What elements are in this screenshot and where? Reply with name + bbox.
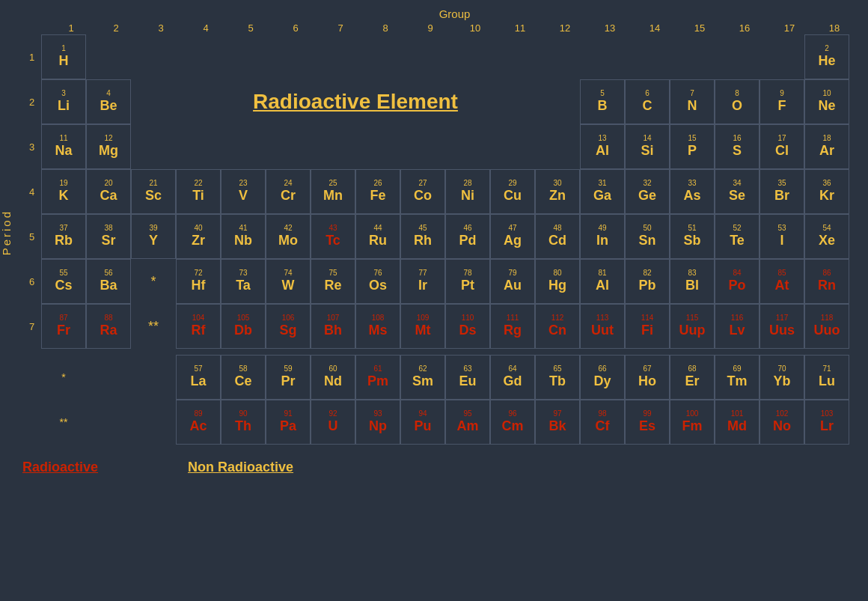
element-cell-Ta[interactable]: 73Ta — [221, 259, 266, 304]
element-cell-Te[interactable]: 52Te — [715, 214, 760, 259]
element-cell-Re[interactable]: 75Re — [311, 259, 355, 304]
element-cell-Bk[interactable]: 97Bk — [535, 400, 580, 445]
element-cell-Cr[interactable]: 24Cr — [266, 169, 311, 214]
element-cell-Sb[interactable]: 51Sb — [670, 214, 715, 259]
element-cell-Pr[interactable]: 59Pr — [266, 355, 311, 400]
element-cell-Al[interactable]: 13Al — [580, 124, 625, 169]
element-cell-Ag[interactable]: 47Ag — [490, 214, 535, 259]
element-cell-Br[interactable]: 35Br — [760, 169, 804, 214]
element-cell-Al[interactable]: 81Al — [580, 259, 625, 304]
element-cell-P[interactable]: 15P — [670, 124, 715, 169]
element-cell-Ra[interactable]: 88Ra — [86, 304, 131, 349]
element-cell-Y[interactable]: 39Y — [131, 214, 176, 259]
element-cell-Uut[interactable]: 113Uut — [580, 304, 625, 349]
element-cell-Bl[interactable]: 83Bl — [670, 259, 715, 304]
element-cell-Se[interactable]: 34Se — [715, 169, 760, 214]
element-cell-Gd[interactable]: 64Gd — [490, 355, 535, 400]
element-cell-Uus[interactable]: 117Uus — [760, 304, 804, 349]
element-cell-Na[interactable]: 11Na — [41, 124, 86, 169]
element-cell-Pb[interactable]: 82Pb — [625, 259, 670, 304]
element-cell-Pt[interactable]: 78Pt — [445, 259, 490, 304]
element-cell-U[interactable]: 92U — [311, 400, 355, 445]
element-cell-Cn[interactable]: 112Cn — [535, 304, 580, 349]
element-cell-I[interactable]: 53I — [760, 214, 804, 259]
element-cell-As[interactable]: 33As — [670, 169, 715, 214]
element-cell-Cd[interactable]: 48Cd — [535, 214, 580, 259]
element-cell-V[interactable]: 23V — [221, 169, 266, 214]
element-cell-Th[interactable]: 90Th — [221, 400, 266, 445]
element-cell-Cs[interactable]: 55Cs — [41, 259, 86, 304]
element-cell-Mo[interactable]: 42Mo — [266, 214, 311, 259]
element-cell-Ho[interactable]: 67Ho — [625, 355, 670, 400]
element-cell-Uuo[interactable]: 118Uuo — [804, 304, 849, 349]
element-cell-Cu[interactable]: 29Cu — [490, 169, 535, 214]
element-cell-Sn[interactable]: 50Sn — [625, 214, 670, 259]
element-cell-O[interactable]: 8O — [715, 79, 760, 124]
element-cell-B[interactable]: 5B — [580, 79, 625, 124]
element-cell-Po[interactable]: 84Po — [715, 259, 760, 304]
element-cell-Ce[interactable]: 58Ce — [221, 355, 266, 400]
element-cell-Sm[interactable]: 62Sm — [400, 355, 445, 400]
element-cell-W[interactable]: 74W — [266, 259, 311, 304]
element-cell-Db[interactable]: 105Db — [221, 304, 266, 349]
element-cell-Rf[interactable]: 104Rf — [176, 304, 221, 349]
element-cell-Pd[interactable]: 46Pd — [445, 214, 490, 259]
element-cell-Cm[interactable]: 96Cm — [490, 400, 535, 445]
element-cell-K[interactable]: 19K — [41, 169, 86, 214]
element-cell-Zn[interactable]: 30Zn — [535, 169, 580, 214]
element-cell-Cf[interactable]: 98Cf — [580, 400, 625, 445]
element-cell-Nb[interactable]: 41Nb — [221, 214, 266, 259]
element-cell-F[interactable]: 9F — [760, 79, 804, 124]
element-cell-Sg[interactable]: 106Sg — [266, 304, 311, 349]
element-cell-Ca[interactable]: 20Ca — [86, 169, 131, 214]
element-cell-He[interactable]: 2He — [804, 34, 849, 79]
element-cell-Fe[interactable]: 26Fe — [355, 169, 400, 214]
element-cell-Ms[interactable]: 108Ms — [355, 304, 400, 349]
element-cell-Mg[interactable]: 12Mg — [86, 124, 131, 169]
element-cell-Rh[interactable]: 45Rh — [400, 214, 445, 259]
element-cell-Kr[interactable]: 36Kr — [804, 169, 849, 214]
element-cell-Sc[interactable]: 21Sc — [131, 169, 176, 214]
element-cell-Ne[interactable]: 10Ne — [804, 79, 849, 124]
non-radioactive-legend[interactable]: Non Radioactive — [188, 460, 293, 475]
element-cell-Ti[interactable]: 22Ti — [176, 169, 221, 214]
element-cell-Fi[interactable]: 114Fi — [625, 304, 670, 349]
element-cell-Ni[interactable]: 28Ni — [445, 169, 490, 214]
element-cell-Xe[interactable]: 54Xe — [804, 214, 849, 259]
element-cell-Au[interactable]: 79Au — [490, 259, 535, 304]
element-cell-Lu[interactable]: 71Lu — [804, 355, 849, 400]
element-cell-Dy[interactable]: 66Dy — [580, 355, 625, 400]
element-cell-Rn[interactable]: 86Rn — [804, 259, 849, 304]
element-cell-Ga[interactable]: 31Ga — [580, 169, 625, 214]
element-cell-Er[interactable]: 68Er — [670, 355, 715, 400]
element-cell-Es[interactable]: 99Es — [625, 400, 670, 445]
element-cell-Zr[interactable]: 40Zr — [176, 214, 221, 259]
element-cell-Ds[interactable]: 110Ds — [445, 304, 490, 349]
element-cell-Nd[interactable]: 60Nd — [311, 355, 355, 400]
element-cell-Bh[interactable]: 107Bh — [311, 304, 355, 349]
element-cell-Np[interactable]: 93Np — [355, 400, 400, 445]
element-cell-Tc[interactable]: 43Tc — [311, 214, 355, 259]
element-cell-Ru[interactable]: 44Ru — [355, 214, 400, 259]
element-cell-Os[interactable]: 76Os — [355, 259, 400, 304]
element-cell-No[interactable]: 102No — [760, 400, 804, 445]
element-cell-Ac[interactable]: 89Ac — [176, 400, 221, 445]
element-cell-Cl[interactable]: 17Cl — [760, 124, 804, 169]
element-cell-Pa[interactable]: 91Pa — [266, 400, 311, 445]
element-cell-C[interactable]: 6C — [625, 79, 670, 124]
element-cell-Yb[interactable]: 70Yb — [760, 355, 804, 400]
element-cell-Ir[interactable]: 77Ir — [400, 259, 445, 304]
element-cell-Li[interactable]: 3Li — [41, 79, 86, 124]
element-cell-Lr[interactable]: 103Lr — [804, 400, 849, 445]
element-cell-Hf[interactable]: 72Hf — [176, 259, 221, 304]
element-cell-Fm[interactable]: 100Fm — [670, 400, 715, 445]
element-cell-Si[interactable]: 14Si — [625, 124, 670, 169]
element-cell-Fr[interactable]: 87Fr — [41, 304, 86, 349]
element-cell-Sr[interactable]: 38Sr — [86, 214, 131, 259]
element-cell-At[interactable]: 85At — [760, 259, 804, 304]
element-cell-Ar[interactable]: 18Ar — [804, 124, 849, 169]
element-cell-Hg[interactable]: 80Hg — [535, 259, 580, 304]
element-cell-Rb[interactable]: 37Rb — [41, 214, 86, 259]
element-cell-Lv[interactable]: 116Lv — [715, 304, 760, 349]
element-cell-Uup[interactable]: 115Uup — [670, 304, 715, 349]
